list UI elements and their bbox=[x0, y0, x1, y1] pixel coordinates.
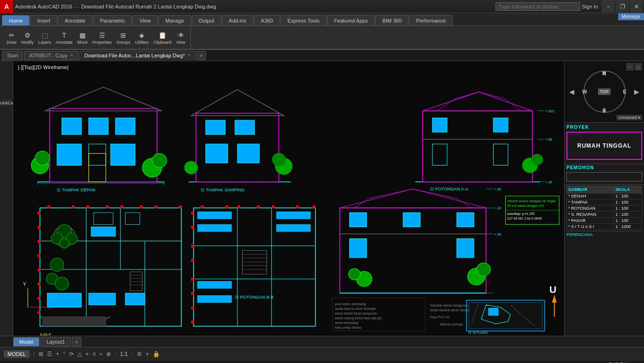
search-input[interactable] bbox=[495, 2, 580, 11]
compass-west: W bbox=[582, 89, 587, 95]
doc-tab[interactable]: Start bbox=[2, 51, 23, 60]
ribbon-block-btn[interactable]: ▦ Block bbox=[76, 30, 90, 46]
minimize-btn[interactable]: − bbox=[602, 0, 615, 13]
show-desktop-btn[interactable] bbox=[629, 361, 641, 363]
annotate-icon: T bbox=[60, 31, 69, 40]
taskbar-icons: 🔍 ◻ e 📁 ⊞ 🦊 ⚙ A bbox=[17, 361, 128, 363]
ribbon-draw-btn[interactable]: ✏ Draw bbox=[5, 30, 18, 46]
lock-icon[interactable]: 🔒 bbox=[153, 351, 160, 357]
compass-top-btn[interactable]: TOP bbox=[598, 88, 610, 95]
restore-btn[interactable]: ❐ bbox=[616, 0, 629, 13]
ribbon-layers-btn[interactable]: ⬚ Layers bbox=[37, 30, 53, 46]
svg-rect-138 bbox=[313, 205, 315, 208]
svg-rect-105 bbox=[42, 317, 106, 326]
compass-minimize-btn[interactable]: − bbox=[626, 63, 634, 71]
doc-tab[interactable]: Download File Autoc...Lantai Lengkap Dwg… bbox=[79, 51, 196, 60]
ribbon-tab-bim-360[interactable]: BIM 360 bbox=[375, 15, 408, 25]
doc-tab-close[interactable]: × bbox=[71, 53, 73, 58]
ribbon-tab-performance[interactable]: Performance bbox=[409, 15, 453, 25]
store-icon[interactable]: ⊞ bbox=[73, 361, 86, 363]
unnamed-dropdown[interactable]: Unnamed ▾ bbox=[616, 115, 642, 120]
ribbon-tab-view[interactable]: View bbox=[133, 15, 158, 25]
right-panel: − □ N S E W TOP ▲ ▼ ◀ ▶ Unnamed ▾ PROYEK… bbox=[564, 61, 644, 336]
ribbon-tab-manage[interactable]: Manage bbox=[158, 15, 191, 25]
svg-rect-76 bbox=[38, 297, 40, 300]
ribbon-modify-btn[interactable]: ⚙ Modify bbox=[19, 30, 36, 46]
lineweight-icon[interactable]: ≡ bbox=[93, 351, 96, 357]
view-icon: 👁 bbox=[176, 31, 186, 40]
pemohon-box bbox=[566, 172, 642, 182]
transparency-icon[interactable]: ≈ bbox=[100, 351, 103, 357]
ribbon-tab-output[interactable]: Output bbox=[192, 15, 221, 25]
svg-text:lantai dinilai dicat campuran: lantai dinilai dicat campuran bbox=[335, 312, 377, 316]
model-status-btn[interactable]: MODEL bbox=[4, 350, 30, 358]
grid-icon[interactable]: ⊞ bbox=[39, 351, 43, 357]
close-btn[interactable]: ✕ bbox=[630, 0, 643, 13]
ribbon-tab-annotate[interactable]: Annotate bbox=[58, 15, 93, 25]
svg-rect-97 bbox=[47, 293, 82, 307]
compass-down-arrow[interactable]: ▼ bbox=[601, 107, 608, 115]
notification-icon[interactable]: 🔔 bbox=[170, 361, 182, 363]
polar-icon[interactable]: ° bbox=[63, 351, 65, 357]
sign-in-btn[interactable]: Sign In bbox=[582, 4, 598, 9]
workspace-icon[interactable]: + bbox=[146, 351, 149, 357]
gambar-row: * TAMPAK1 : 100 bbox=[567, 199, 642, 205]
ribbon-group-btn[interactable]: ⊞ Groups bbox=[115, 30, 133, 46]
ribbon-utilities-btn[interactable]: ◈ Utilities bbox=[133, 30, 150, 46]
start-button[interactable] bbox=[3, 361, 15, 363]
ribbon-tab-express-tools[interactable]: Express Tools bbox=[281, 15, 327, 25]
ortho-icon[interactable]: + bbox=[56, 351, 59, 357]
selection-icon[interactable]: ⊕ bbox=[106, 351, 111, 357]
ribbon-tab-parametric[interactable]: Parametric bbox=[93, 15, 132, 25]
group-icon: ⊞ bbox=[118, 31, 128, 40]
ribbon-tab-home[interactable]: Home bbox=[2, 15, 30, 25]
ribbon-properties-btn[interactable]: ☰ Properties bbox=[91, 30, 114, 46]
otrack-icon[interactable]: △ bbox=[78, 351, 82, 357]
doc-tab-label: ATRIBUT - Copy bbox=[29, 53, 68, 58]
search-taskbar-icon[interactable]: 🔍 bbox=[17, 361, 29, 363]
svg-rect-80 bbox=[86, 205, 89, 208]
svg-rect-151 bbox=[403, 213, 420, 227]
model-tab[interactable]: Model bbox=[13, 337, 39, 347]
ribbon-view-btn[interactable]: 👁 View bbox=[174, 30, 188, 46]
ribbon-tab-insert[interactable]: Insert bbox=[30, 15, 57, 25]
add-layout-btn[interactable]: + bbox=[72, 337, 81, 347]
ribbon-clipboard-btn[interactable]: 📋 Clipboard bbox=[151, 30, 173, 46]
firefox-icon[interactable]: 🦊 bbox=[87, 361, 100, 363]
settings-icon[interactable]: ⚙ bbox=[137, 351, 142, 357]
show-hidden-icons[interactable]: ▲ bbox=[128, 361, 140, 363]
ribbon-tab-a360[interactable]: A360 bbox=[254, 15, 280, 25]
modify-icon: ⚙ bbox=[23, 31, 32, 40]
osnap-icon[interactable]: ⟳ bbox=[69, 351, 74, 357]
compass-up-arrow[interactable]: ▲ bbox=[601, 69, 608, 76]
ribbon-annotate-btn[interactable]: T Annotate bbox=[54, 30, 75, 46]
ducs-icon[interactable]: ⌖ bbox=[86, 351, 89, 357]
explorer-icon[interactable]: 📁 bbox=[59, 361, 71, 363]
add-doc-tab-btn[interactable]: + bbox=[196, 51, 206, 60]
layout1-tab[interactable]: Layout1 bbox=[40, 337, 71, 347]
scale-display: 1:1 bbox=[120, 351, 128, 357]
svg-text:+.625: +.625 bbox=[546, 110, 554, 113]
perencana-title: PERENCANA bbox=[566, 232, 593, 237]
status-bar: MODEL | ⊞ ☰ + ° ⟳ △ ⌖ ≡ ≈ ⊕ | 1:1 | ⚙ + … bbox=[0, 347, 644, 360]
proyek-section: PROYEK RUMAH TINGGAL bbox=[565, 122, 644, 164]
network-icon[interactable]: 📶 bbox=[142, 361, 154, 363]
task-view-icon[interactable]: ◻ bbox=[31, 361, 43, 363]
minimize-ribbon-btn[interactable]: Minimize bbox=[618, 13, 644, 20]
doc-tab-close[interactable]: × bbox=[188, 53, 191, 58]
compass-maximize-btn[interactable]: □ bbox=[635, 63, 642, 71]
svg-rect-46 bbox=[494, 118, 508, 132]
ribbon-tab-featured-apps[interactable]: Featured Apps bbox=[327, 15, 375, 25]
edge-icon[interactable]: e bbox=[45, 361, 57, 363]
settings-taskbar-icon[interactable]: ⚙ bbox=[102, 361, 114, 363]
autocad-taskbar-icon[interactable]: A bbox=[116, 361, 128, 363]
compass-right-arrow[interactable]: ▶ bbox=[634, 88, 639, 95]
ribbon-tab-add-ins[interactable]: Add-ins bbox=[222, 15, 253, 25]
snap-icon[interactable]: ☰ bbox=[47, 351, 52, 357]
doc-tab[interactable]: ATRIBUT - Copy× bbox=[24, 51, 78, 60]
compass-left-arrow[interactable]: ◀ bbox=[569, 88, 574, 95]
volume-icon[interactable]: 🔊 bbox=[156, 361, 168, 363]
doc-tabs: StartATRIBUT - Copy×Download File Autoc.… bbox=[0, 50, 644, 61]
svg-rect-113 bbox=[197, 224, 232, 231]
viewport[interactable]: [-][Top][2D Wireframe] Y X bbox=[13, 61, 564, 336]
